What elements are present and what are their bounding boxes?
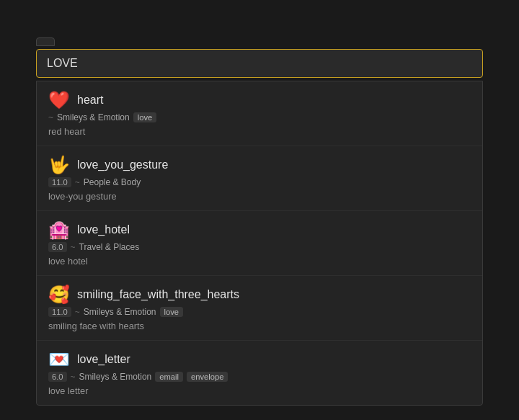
emoji-name-text: love_hotel [77, 223, 130, 236]
separator: ~ [75, 307, 80, 317]
emoji-meta-row: 11.0~Smileys & Emotionlove [48, 307, 471, 317]
version-badge: 11.0 [48, 177, 71, 187]
emoji-description: love hotel [48, 256, 471, 267]
emoji-name-text: love_letter [77, 353, 130, 366]
emoji-description: red heart [48, 126, 471, 137]
emoji-name-row: 🥰smiling_face_with_three_hearts [48, 286, 471, 303]
separator: ~ [71, 242, 76, 252]
emoji-name-row: 🏩love_hotel [48, 221, 471, 238]
tab-bar [0, 36, 519, 49]
separator: ~ [75, 177, 80, 187]
emoji-description: smiling face with hearts [48, 321, 471, 331]
category-text: People & Body [84, 177, 141, 187]
tab-emoji17[interactable] [36, 37, 55, 46]
separator: ~ [71, 372, 76, 382]
emoji-glyph: 💌 [48, 351, 70, 368]
emoji-meta-row: 6.0~Smileys & Emotionemailenvelope [48, 372, 471, 382]
emoji-glyph: 🤟 [48, 156, 70, 174]
category-text: Smileys & Emotion [57, 112, 130, 122]
emoji-description: love-you gesture [48, 191, 471, 202]
search-container [36, 49, 483, 78]
emoji-item[interactable]: 🤟love_you_gesture11.0~People & Bodylove-… [37, 146, 482, 211]
version-badge: 6.0 [48, 242, 67, 252]
emoji-item[interactable]: ❤️heart~Smileys & Emotionlovered heart [37, 81, 482, 146]
tag-badge: love [160, 307, 184, 317]
emoji-meta-row: 6.0~Travel & Places [48, 242, 471, 252]
emoji-name-text: heart [77, 94, 103, 107]
separator: ~ [48, 112, 53, 122]
emoji-glyph: ❤️ [48, 91, 70, 109]
emoji-name-row: ❤️heart [48, 91, 471, 109]
tag-badge: email [155, 372, 183, 382]
version-badge: 11.0 [48, 307, 71, 317]
results-container: ❤️heart~Smileys & Emotionlovered heart🤟l… [36, 81, 483, 406]
emoji-glyph: 🥰 [48, 286, 70, 303]
page-header [0, 0, 519, 36]
emoji-meta-row: ~Smileys & Emotionlove [48, 112, 471, 122]
tag-badge: envelope [187, 372, 228, 382]
category-text: Smileys & Emotion [84, 307, 156, 317]
emoji-name-text: love_you_gesture [77, 158, 168, 171]
emoji-item[interactable]: 💌love_letter6.0~Smileys & Emotionemailen… [37, 341, 482, 405]
version-badge: 6.0 [48, 372, 67, 382]
emoji-item[interactable]: 🥰smiling_face_with_three_hearts11.0~Smil… [37, 276, 482, 341]
emoji-glyph: 🏩 [48, 221, 70, 238]
category-text: Smileys & Emotion [79, 372, 152, 382]
emoji-item[interactable]: 🏩love_hotel6.0~Travel & Placeslove hotel [37, 211, 482, 276]
emoji-meta-row: 11.0~People & Body [48, 177, 471, 187]
search-input[interactable] [37, 50, 482, 77]
emoji-name-row: 💌love_letter [48, 351, 471, 368]
category-text: Travel & Places [79, 242, 140, 252]
emoji-description: love letter [48, 385, 471, 396]
tag-badge: love [133, 112, 157, 122]
emoji-name-text: smiling_face_with_three_hearts [77, 288, 239, 301]
emoji-name-row: 🤟love_you_gesture [48, 156, 471, 174]
